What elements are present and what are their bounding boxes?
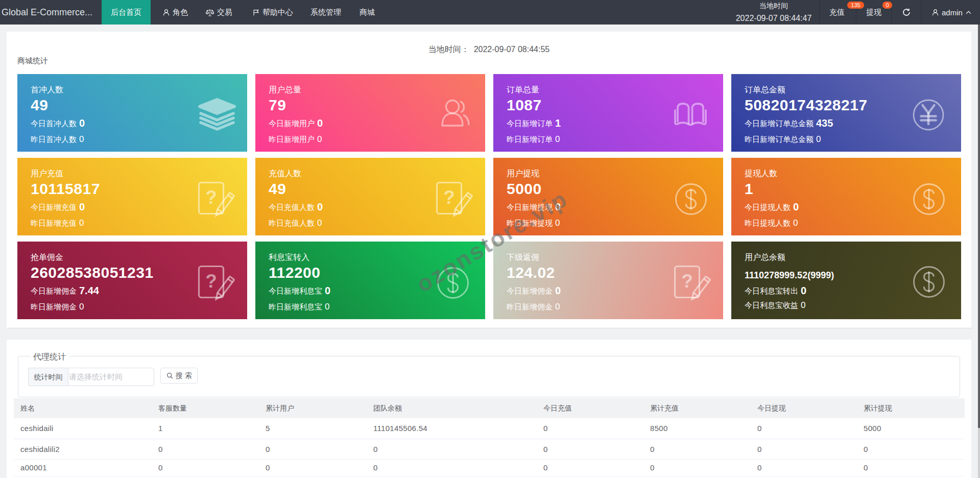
svg-text:?: ? — [205, 187, 217, 208]
svg-text:?: ? — [443, 187, 455, 208]
svg-text:?: ? — [205, 271, 217, 292]
svg-text:?: ? — [681, 271, 693, 292]
